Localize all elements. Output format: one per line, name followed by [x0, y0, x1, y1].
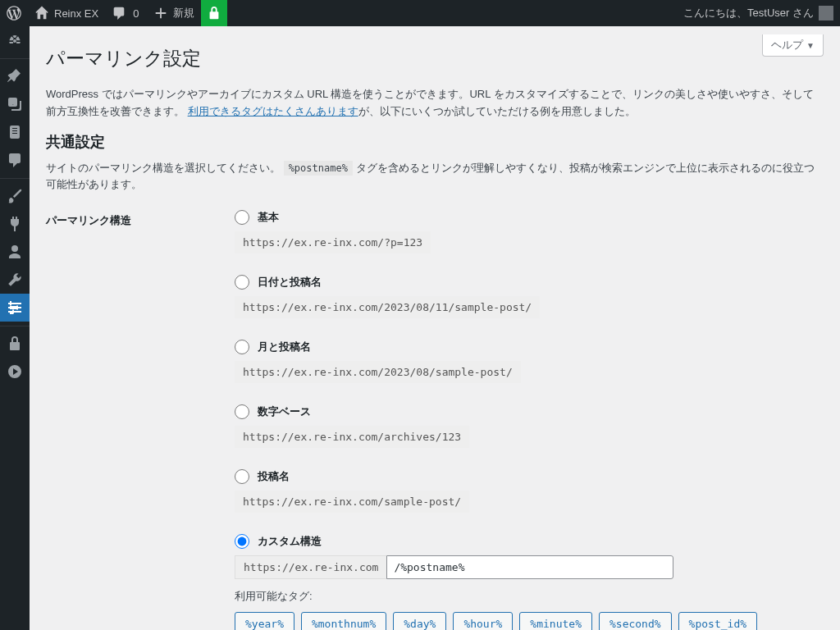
user-icon: [7, 244, 23, 260]
sidebar-item-tools[interactable]: [0, 266, 30, 294]
permalink-sample-url: https://ex.re-inx.com/2023/08/11/sample-…: [235, 296, 540, 318]
site-name-menu[interactable]: Reinx EX: [28, 0, 105, 26]
sidebar-item-posts[interactable]: [0, 62, 30, 90]
permalink-option-label[interactable]: 月と投稿名: [258, 340, 311, 354]
custom-structure-input[interactable]: [386, 555, 673, 579]
admin-bar: Reinx EX 0 新規 こんにちは、TestUser さん: [0, 0, 840, 26]
content-area: ヘルプ▼ パーマリンク設定 WordPress ではパーマリンクやアーカイブにカ…: [30, 0, 840, 630]
permalink-radio-custom[interactable]: [235, 534, 249, 549]
permalink-option-custom: カスタム構造https://ex.re-inx.com利用可能なタグ:%year…: [235, 534, 824, 630]
comments-count: 0: [131, 7, 140, 20]
permalink-radio[interactable]: [235, 210, 249, 225]
permalink-radio[interactable]: [235, 275, 249, 290]
comment-bubble-icon: [112, 6, 126, 21]
sidebar-item-security[interactable]: [0, 330, 30, 358]
sidebar-item-settings[interactable]: [0, 294, 30, 322]
ssl-lock-indicator[interactable]: [201, 0, 227, 26]
permalink-option-label[interactable]: 投稿名: [258, 469, 290, 484]
page-intro: WordPress ではパーマリンクやアーカイブにカスタム URL 構造を使うこ…: [46, 86, 824, 121]
svg-rect-5: [12, 310, 14, 314]
plug-icon: [7, 216, 23, 232]
permalink-radio[interactable]: [235, 469, 249, 484]
help-tab[interactable]: ヘルプ▼: [762, 34, 824, 57]
comment-icon: [7, 152, 23, 168]
permalink-option: 数字ベースhttps://ex.re-inx.com/archives/123: [235, 404, 824, 448]
svg-rect-2: [8, 311, 21, 313]
form-row-permalink: パーマリンク構造 基本https://ex.re-inx.com/?p=123日…: [46, 210, 824, 630]
pushpin-icon: [7, 68, 23, 84]
sidebar-item-media[interactable]: [0, 90, 30, 118]
permalink-custom-label[interactable]: カスタム構造: [258, 534, 322, 549]
new-content-menu[interactable]: 新規: [147, 0, 201, 26]
permalink-option: 月と投稿名https://ex.re-inx.com/2023/08/sampl…: [235, 340, 824, 383]
help-tab-label: ヘルプ: [771, 39, 803, 51]
available-tags-label: 利用可能なタグ:: [235, 589, 824, 604]
permalink-sample-url: https://ex.re-inx.com/2023/08/sample-pos…: [235, 361, 521, 383]
section-heading: 共通設定: [46, 132, 824, 152]
chevron-down-icon: ▼: [806, 41, 815, 50]
sidebar-item-comments[interactable]: [0, 146, 30, 174]
permalink-option: 基本https://ex.re-inx.com/?p=123: [235, 210, 824, 253]
menu-separator: [0, 322, 30, 330]
sidebar-item-pages[interactable]: [0, 118, 30, 146]
permalink-option-label[interactable]: 基本: [258, 210, 279, 225]
permalink-option-label[interactable]: 日付と投稿名: [258, 275, 322, 290]
lock-icon: [207, 6, 221, 21]
play-circle-icon: [7, 363, 23, 380]
permalink-sample-url: https://ex.re-inx.com/sample-post/: [235, 491, 469, 513]
sidebar-item-video[interactable]: [0, 358, 30, 386]
media-icon: [7, 96, 23, 112]
tag-button[interactable]: %minute%: [519, 612, 592, 630]
my-account-menu[interactable]: こんにちは、TestUser さん: [677, 0, 840, 26]
row-label: パーマリンク構造: [46, 210, 210, 630]
permalink-radio[interactable]: [235, 404, 249, 419]
wordpress-icon: [7, 6, 21, 21]
tag-button[interactable]: %hour%: [453, 612, 513, 630]
available-tags: %year%%monthnum%%day%%hour%%minute%%seco…: [235, 612, 824, 630]
page-icon: [7, 124, 23, 140]
avatar: [819, 6, 833, 21]
lock-icon: [7, 336, 23, 352]
permalink-option: 投稿名https://ex.re-inx.com/sample-post/: [235, 469, 824, 513]
svg-rect-1: [8, 307, 21, 308]
permalink-option: 日付と投稿名https://ex.re-inx.com/2023/08/11/s…: [235, 275, 824, 318]
page-title: パーマリンク設定: [46, 46, 824, 71]
wp-logo-menu[interactable]: [0, 0, 28, 26]
permalink-sample-url: https://ex.re-inx.com/?p=123: [235, 231, 431, 253]
home-icon: [34, 6, 49, 21]
postname-code: %postname%: [284, 161, 353, 176]
tag-button[interactable]: %monthnum%: [301, 612, 386, 630]
svg-rect-3: [10, 302, 11, 306]
sidebar-item-plugins[interactable]: [0, 210, 30, 238]
svg-rect-4: [16, 306, 18, 310]
menu-separator: [0, 174, 30, 182]
site-name-label: Reinx EX: [54, 7, 98, 20]
new-content-label: 新規: [173, 6, 194, 21]
permalink-radio[interactable]: [235, 340, 249, 354]
wrench-icon: [7, 272, 23, 288]
greeting-label: こんにちは、TestUser さん: [683, 6, 814, 21]
permalink-sample-url: https://ex.re-inx.com/archives/123: [235, 426, 469, 448]
custom-prefix: https://ex.re-inx.com: [235, 555, 386, 579]
tag-button[interactable]: %post_id%: [678, 612, 757, 630]
paintbrush-icon: [7, 188, 23, 204]
permalink-option-label[interactable]: 数字ベース: [258, 404, 311, 419]
section-sub: サイトのパーマリンク構造を選択してください。 %postname% タグを含める…: [46, 160, 824, 194]
sidebar-item-users[interactable]: [0, 238, 30, 266]
intro-link[interactable]: 利用できるタグはたくさんあります: [188, 105, 358, 117]
sidebar-item-appearance[interactable]: [0, 182, 30, 210]
tag-button[interactable]: %second%: [599, 612, 672, 630]
sidebar-item-dashboard[interactable]: [0, 26, 30, 54]
tag-button[interactable]: %day%: [393, 612, 446, 630]
tag-button[interactable]: %year%: [235, 612, 294, 630]
dashboard-icon: [7, 32, 23, 48]
sliders-icon: [7, 299, 23, 316]
admin-sidebar: [0, 26, 30, 630]
menu-separator: [0, 54, 30, 62]
comments-menu[interactable]: 0: [105, 0, 147, 26]
plus-icon: [153, 6, 168, 21]
